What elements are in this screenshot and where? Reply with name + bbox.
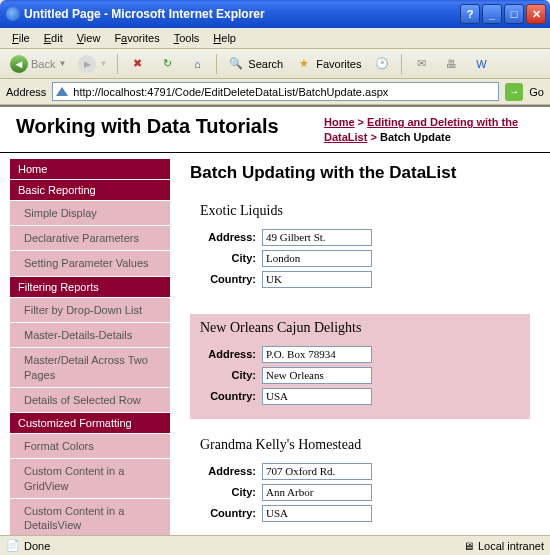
supplier-block: Grandma Kelly's HomesteadAddress:City:Co… <box>190 431 530 535</box>
nav-item[interactable]: Format Colors <box>10 434 170 459</box>
address-label: Address <box>6 86 46 98</box>
city-label: City: <box>200 252 262 264</box>
refresh-button[interactable]: ↻ <box>154 53 180 75</box>
home-button[interactable]: ⌂ <box>184 53 210 75</box>
mail-button[interactable]: ✉ <box>408 53 434 75</box>
window-title: Untitled Page - Microsoft Internet Explo… <box>24 7 265 21</box>
city-input[interactable] <box>262 484 372 501</box>
toolbar: ◄Back▼ ►▼ ✖ ↻ ⌂ 🔍Search ★Favorites 🕑 ✉ 🖶… <box>0 49 550 79</box>
close-button[interactable]: ✕ <box>526 4 546 24</box>
back-button[interactable]: ◄Back▼ <box>6 53 70 75</box>
nav-section-head[interactable]: Basic Reporting <box>10 180 170 201</box>
forward-button: ►▼ <box>74 53 111 75</box>
address-input[interactable] <box>262 463 372 480</box>
nav-section-head[interactable]: Customized Formatting <box>10 413 170 434</box>
ie-logo-icon <box>6 7 20 21</box>
zone-text: Local intranet <box>478 540 544 552</box>
nav-item[interactable]: Details of Selected Row <box>10 388 170 413</box>
breadcrumb: Home > Editing and Deleting with the Dat… <box>324 115 534 146</box>
zone-icon: 🖥 <box>463 540 474 552</box>
crumb-current: Batch Update <box>380 131 451 143</box>
country-label: Country: <box>200 507 262 519</box>
go-button[interactable]: → <box>505 83 523 101</box>
supplier-name: Exotic Liquids <box>200 203 520 219</box>
address-input[interactable] <box>262 229 372 246</box>
menu-view[interactable]: View <box>71 30 107 46</box>
page-heading: Batch Updating with the DataList <box>190 163 530 183</box>
supplier-block: New Orleans Cajun DelightsAddress:City:C… <box>190 314 530 419</box>
nav-item[interactable]: Setting Parameter Values <box>10 251 170 276</box>
country-label: Country: <box>200 390 262 402</box>
stop-button[interactable]: ✖ <box>124 53 150 75</box>
edit-button[interactable]: W <box>468 53 494 75</box>
country-label: Country: <box>200 273 262 285</box>
sidebar: Home Basic ReportingSimple DisplayDeclar… <box>0 153 170 535</box>
main-pane: Batch Updating with the DataList Exotic … <box>170 153 550 535</box>
city-input[interactable] <box>262 367 372 384</box>
city-input[interactable] <box>262 250 372 267</box>
country-input[interactable] <box>262 505 372 522</box>
address-label: Address: <box>200 231 262 243</box>
status-bar: 📄Done 🖥Local intranet <box>0 535 550 555</box>
address-label: Address: <box>200 348 262 360</box>
country-input[interactable] <box>262 271 372 288</box>
menu-edit[interactable]: Edit <box>38 30 69 46</box>
nav-item[interactable]: Simple Display <box>10 201 170 226</box>
print-button[interactable]: 🖶 <box>438 53 464 75</box>
search-button[interactable]: 🔍Search <box>223 53 287 75</box>
crumb-home[interactable]: Home <box>324 116 355 128</box>
go-label: Go <box>529 86 544 98</box>
nav-item[interactable]: Filter by Drop-Down List <box>10 298 170 323</box>
favorites-button[interactable]: ★Favorites <box>291 53 365 75</box>
menu-file[interactable]: File <box>6 30 36 46</box>
supplier-name: New Orleans Cajun Delights <box>200 320 520 336</box>
nav-item[interactable]: Declarative Parameters <box>10 226 170 251</box>
page-header: Working with Data Tutorials Home > Editi… <box>0 107 550 153</box>
supplier-name: Grandma Kelly's Homestead <box>200 437 520 453</box>
address-input[interactable] <box>262 346 372 363</box>
address-label: Address: <box>200 465 262 477</box>
city-label: City: <box>200 486 262 498</box>
minimize-button[interactable]: _ <box>482 4 502 24</box>
content-area: Working with Data Tutorials Home > Editi… <box>0 105 550 535</box>
window-help-button[interactable]: ? <box>460 4 480 24</box>
country-input[interactable] <box>262 388 372 405</box>
nav-item[interactable]: Custom Content in a DetailsView <box>10 499 170 535</box>
city-label: City: <box>200 369 262 381</box>
supplier-block: Exotic LiquidsAddress:City:Country: <box>190 197 530 302</box>
nav-home[interactable]: Home <box>10 159 170 180</box>
nav-item[interactable]: Custom Content in a GridView <box>10 459 170 499</box>
history-button[interactable]: 🕑 <box>369 53 395 75</box>
address-input[interactable] <box>52 82 499 101</box>
nav-item[interactable]: Master/Detail Across Two Pages <box>10 348 170 388</box>
titlebar: Untitled Page - Microsoft Internet Explo… <box>0 0 550 28</box>
site-title: Working with Data Tutorials <box>16 115 324 146</box>
maximize-button[interactable]: □ <box>504 4 524 24</box>
nav-item[interactable]: Master-Details-Details <box>10 323 170 348</box>
nav-section-head[interactable]: Filtering Reports <box>10 277 170 298</box>
menu-help[interactable]: Help <box>207 30 242 46</box>
done-icon: 📄 <box>6 539 20 552</box>
menu-tools[interactable]: Tools <box>168 30 206 46</box>
menu-favorites[interactable]: Favorites <box>108 30 165 46</box>
status-text: Done <box>24 540 50 552</box>
address-bar: Address → Go <box>0 79 550 105</box>
menubar: File Edit View Favorites Tools Help <box>0 28 550 49</box>
